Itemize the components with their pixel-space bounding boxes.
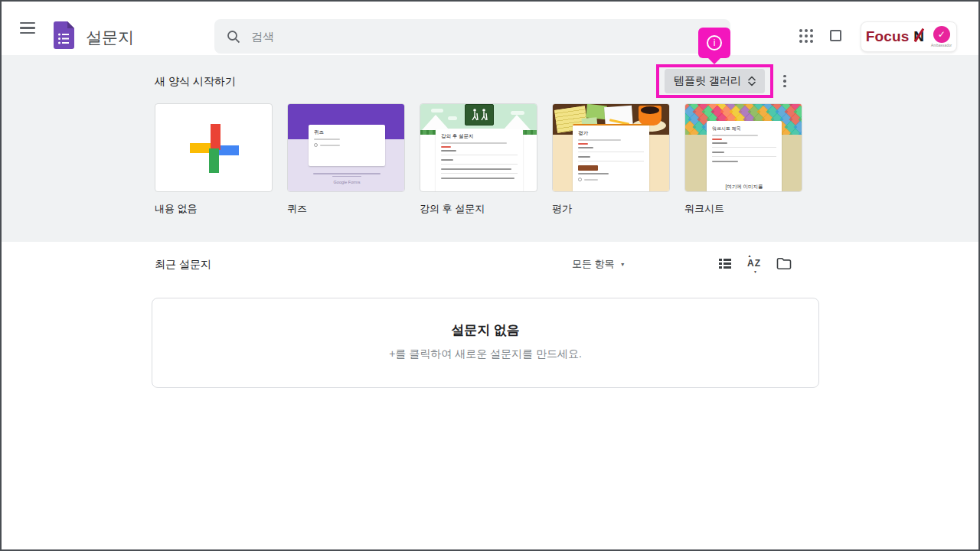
empty-state-subtitle: +를 클릭하여 새로운 설문지를 만드세요. <box>152 347 818 361</box>
annotation-highlight-box: 템플릿 갤러리 <box>656 64 773 98</box>
empty-state-title: 설문지 없음 <box>152 321 818 339</box>
sort-az-icon[interactable]: AZ <box>746 255 763 272</box>
template-card-quiz[interactable]: 퀴즈 Google Forms 퀴즈 <box>287 103 405 216</box>
google-plus-icon <box>190 124 239 173</box>
annotation-info-tooltip <box>698 28 730 58</box>
assessment-thumbnail: 평가 <box>552 103 670 192</box>
more-options-icon[interactable] <box>776 69 793 93</box>
forms-logo-icon[interactable] <box>54 21 74 52</box>
template-label: 퀴즈 <box>287 202 405 216</box>
worksheet-thumbnail: 워크시트 제목 [여기에 이미지를 <box>684 103 802 192</box>
recent-forms-section: 최근 설문지 모든 항목 AZ 설문지 없음 +를 클릭하여 새로운 설문지를 … <box>2 242 978 549</box>
filter-dropdown[interactable]: 모든 항목 <box>572 257 626 271</box>
template-card-worksheet[interactable]: 워크시트 제목 [여기에 이미지를 워크시트 <box>684 103 802 216</box>
search-input[interactable] <box>251 30 718 43</box>
template-label: 평가 <box>552 202 670 216</box>
search-bar[interactable] <box>214 19 730 54</box>
template-cards-row: 내용 없음 퀴즈 Google Forms <box>155 103 802 216</box>
google-forms-home: 설문지 Focus N ✓ Ambassador 새 양식 시작하기 템플릿 갤… <box>0 0 980 551</box>
unfold-icon <box>748 76 756 86</box>
check-badge-icon: ✓ <box>933 26 950 43</box>
template-gallery-button[interactable]: 템플릿 갤러리 <box>665 69 765 93</box>
brand-name: Focus N <box>866 28 924 45</box>
info-icon <box>707 35 722 51</box>
search-icon <box>227 30 240 44</box>
templates-section: 새 양식 시작하기 템플릿 갤러리 내용 없음 <box>2 55 978 242</box>
list-view-icon[interactable] <box>717 255 733 272</box>
hamburger-menu-icon[interactable] <box>20 22 37 34</box>
window-square-icon[interactable] <box>830 30 841 41</box>
template-card-lecture-survey[interactable]: 강의 후 설문지 강의 후 설문지 <box>420 103 537 216</box>
quiz-thumbnail: 퀴즈 Google Forms <box>287 103 405 192</box>
hikers-sign-icon <box>465 104 494 126</box>
template-card-blank[interactable]: 내용 없음 <box>155 103 273 216</box>
page-title: 설문지 <box>86 27 134 48</box>
apps-grid-icon[interactable] <box>799 29 813 43</box>
empty-state-panel: 설문지 없음 +를 클릭하여 새로운 설문지를 만드세요. <box>152 298 819 388</box>
recent-section-title: 최근 설문지 <box>155 258 211 272</box>
lecture-survey-thumbnail: 강의 후 설문지 <box>420 103 537 192</box>
top-bar: 설문지 Focus N ✓ Ambassador <box>2 2 978 55</box>
template-label: 내용 없음 <box>155 202 273 216</box>
ambassador-badge: ✓ Ambassador <box>931 26 952 47</box>
template-card-assessment[interactable]: 평가 평가 <box>552 103 670 216</box>
folder-icon[interactable] <box>776 255 792 272</box>
blank-form-thumbnail <box>155 103 273 192</box>
template-label: 워크시트 <box>684 202 802 216</box>
template-label: 강의 후 설문지 <box>420 202 537 216</box>
templates-section-title: 새 양식 시작하기 <box>155 75 236 89</box>
brand-logo[interactable]: Focus N ✓ Ambassador <box>861 21 957 52</box>
